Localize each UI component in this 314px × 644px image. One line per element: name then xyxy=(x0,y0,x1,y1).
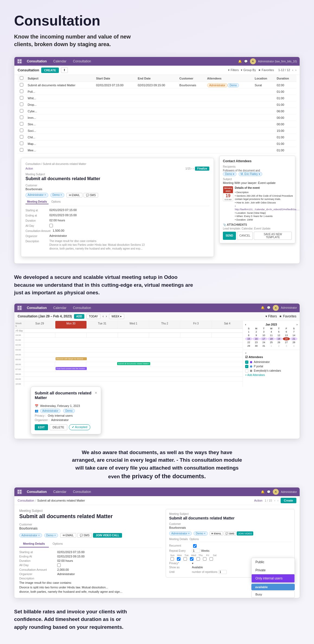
table-row[interactable]: Chil...01:00 xyxy=(18,134,296,141)
event-discover[interactable]: Discover with lawyer for divorce xyxy=(56,357,87,360)
mini-day-23[interactable]: 23 xyxy=(253,341,260,344)
inner-check-thu[interactable] xyxy=(195,557,201,561)
inner-tab-meeting[interactable]: Meeting Details xyxy=(169,538,188,541)
mini-day-14[interactable]: 14 xyxy=(290,334,297,337)
mini-day-29[interactable]: 29 xyxy=(245,344,252,347)
mini-day-6[interactable]: 6 xyxy=(283,330,290,333)
inner-check-fri[interactable] xyxy=(202,557,208,561)
mini-day-28[interactable]: 28 xyxy=(290,341,297,344)
add-attendees-btn[interactable]: + Add Attendees xyxy=(245,374,297,377)
mini-cal-next[interactable]: › xyxy=(297,323,297,326)
table-row[interactable]: Drop...01:00 xyxy=(18,101,296,108)
notification-icon-1[interactable]: 🔔 xyxy=(238,60,242,63)
privacy-opt-internal[interactable]: Only internal users xyxy=(252,574,294,582)
mini-day-9[interactable]: 9 xyxy=(253,334,260,337)
nav-consultation-1[interactable]: Consultation xyxy=(25,59,48,64)
save-template-btn-popup[interactable]: SAVE AS NEW TEMPLATE xyxy=(254,232,292,240)
chat-icon-1[interactable]: 💬 xyxy=(244,60,248,63)
action-label[interactable]: Action xyxy=(254,499,262,502)
mini-day-7[interactable]: 7 xyxy=(290,330,297,333)
inner-check-sun[interactable] xyxy=(169,557,175,561)
doc-all-day-checkbox[interactable] xyxy=(57,563,61,567)
mini-day-20[interactable]: 20 xyxy=(283,337,290,340)
group-by-btn-1[interactable]: ▾ Group By xyxy=(241,68,256,72)
event-submit-wed[interactable]: Submit all documents related Matter× xyxy=(117,362,150,365)
nav-consultation-doc2[interactable]: Consultation xyxy=(71,489,93,494)
mini-day-16[interactable]: 16 xyxy=(253,337,260,340)
nav-calendar-cal[interactable]: Calendar xyxy=(52,305,68,310)
nav-consultation-2[interactable]: Consultation xyxy=(71,59,93,64)
mini-day-24[interactable]: 24 xyxy=(260,341,267,344)
inner-check-mon[interactable] xyxy=(176,557,182,561)
event-popup-close[interactable]: × xyxy=(95,391,97,395)
mini-day-8[interactable]: 8 xyxy=(245,334,252,337)
mini-day-15[interactable]: 15 xyxy=(245,337,252,340)
add-btn-cal[interactable]: ADD xyxy=(74,314,84,319)
inner-video-btn[interactable]: JOIN VIDEO xyxy=(237,531,253,535)
inner-sms-btn[interactable]: 💬 SMS xyxy=(224,531,236,535)
privacy-opt-private[interactable]: Private xyxy=(252,566,294,574)
edit-btn-popup[interactable]: EDIT xyxy=(35,424,48,430)
breadcrumb-consultation[interactable]: Consultation xyxy=(18,499,34,502)
doc-email-btn[interactable]: ✉ EMAIL xyxy=(60,533,76,538)
doc-tab-options[interactable]: Options xyxy=(49,540,67,547)
chat-icon-2[interactable]: 💬 xyxy=(267,306,271,310)
table-row[interactable]: Soci...15:00 xyxy=(18,127,296,134)
mini-day-13[interactable]: 13 xyxy=(283,334,290,337)
mini-day-3b[interactable]: 3 xyxy=(283,344,290,347)
upload-btn-1[interactable]: ⬆ xyxy=(61,67,68,73)
mini-day-2[interactable]: 2 xyxy=(253,330,260,333)
select-all-checkbox[interactable] xyxy=(20,76,23,80)
mini-day-11[interactable]: 11 xyxy=(268,334,275,337)
cal-filters[interactable]: ▾ Filters xyxy=(265,314,277,318)
week-view-btn[interactable]: WEEK ▾ xyxy=(109,314,124,319)
attendee-everybody-checkbox[interactable] xyxy=(245,369,248,372)
inner-tab-options[interactable]: Options xyxy=(190,538,199,541)
chat-icon-3[interactable]: 💬 xyxy=(267,490,271,494)
prev-btn-cal[interactable]: ‹ xyxy=(102,314,104,318)
table-row[interactable]: Mee...01:00 xyxy=(18,147,296,154)
mini-cal-prev[interactable]: ‹ xyxy=(245,323,246,326)
cancel-btn-popup[interactable]: CANCEL xyxy=(237,232,253,240)
all-day-checkbox[interactable] xyxy=(49,224,53,227)
doc-sms-btn[interactable]: 💬 SMS xyxy=(77,533,92,538)
mini-day-27[interactable]: 27 xyxy=(283,341,290,344)
create-btn-1[interactable]: CREATE xyxy=(41,68,59,73)
create-doc-btn[interactable]: Create xyxy=(281,498,296,503)
table-row[interactable]: Imm...00:00 xyxy=(18,114,296,121)
nav-calendar-1[interactable]: Calendar xyxy=(52,59,68,64)
mini-day-19[interactable]: 19 xyxy=(275,337,283,340)
notification-icon-2[interactable]: 🔔 xyxy=(261,306,265,310)
mini-day-4b[interactable]: 4 xyxy=(290,344,297,347)
favorites-btn-1[interactable]: ★ Favorites xyxy=(258,68,274,72)
table-row[interactable]: Map...01:00 xyxy=(18,141,296,147)
mini-day-26[interactable]: 26 xyxy=(275,341,283,344)
accepted-btn-popup[interactable]: ✔ Accepted xyxy=(69,424,90,430)
mini-day-22[interactable]: 22 xyxy=(245,341,252,344)
doc-video-btn[interactable]: JOIN VIDEO CALL xyxy=(93,533,122,538)
doc-prev[interactable]: ‹ xyxy=(274,499,275,502)
event-trust-fund[interactable]: Trust fund convert into the invoice xyxy=(56,367,87,370)
inner-email-btn[interactable]: ✉ EMAIL xyxy=(210,531,223,535)
next-btn-1[interactable]: › xyxy=(295,68,296,72)
notification-icon-3[interactable]: 🔔 xyxy=(261,490,265,494)
mini-day-30[interactable]: 30 xyxy=(253,344,260,347)
send-btn-popup[interactable]: SEND xyxy=(223,232,236,240)
mini-day-1b[interactable]: 1 xyxy=(268,344,275,347)
inner-privacy-value[interactable]: ▾ xyxy=(192,562,193,565)
inner-repeat-num[interactable] xyxy=(192,549,200,553)
today-btn-cal[interactable]: TODAY xyxy=(86,314,101,319)
cal-favorites[interactable]: ★ Favorites xyxy=(279,314,296,318)
inner-check-tue[interactable] xyxy=(182,557,188,561)
mini-day-1[interactable]: 1 xyxy=(245,330,252,333)
mini-day-21[interactable]: 21 xyxy=(290,337,297,340)
prev-btn-1[interactable]: ‹ xyxy=(292,68,293,72)
email-btn-form[interactable]: ✉ EMAIL xyxy=(66,193,82,197)
attendee-admin-checkbox[interactable]: ✓ xyxy=(245,361,248,364)
table-row[interactable]: Poll...01:00 xyxy=(18,88,296,95)
doc-next[interactable]: › xyxy=(277,499,278,502)
nav-consultation-cal2[interactable]: Consultation xyxy=(71,305,93,310)
sms-btn-form[interactable]: 💬 SMS xyxy=(84,193,98,197)
mini-day-31[interactable]: 31 xyxy=(260,344,267,347)
mini-day-12[interactable]: 12 xyxy=(275,334,283,337)
